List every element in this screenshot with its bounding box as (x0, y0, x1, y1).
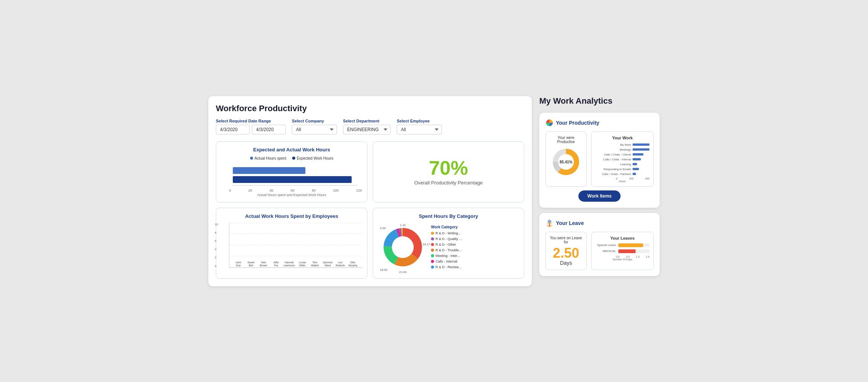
your-work-box: Your Work My Work Meetings Calls / Chats… (591, 131, 654, 187)
donut-label-bottomleft: 18.00 (380, 268, 387, 272)
donut-dot-quality (431, 237, 434, 240)
work-item-row: Calls / Chats - Clients (595, 153, 649, 156)
donut-item-writing: R & D - Writing... (431, 231, 519, 235)
employee-label: HannahLawrence (284, 261, 295, 267)
employee-chart-title: Actual Work Hours Spent by Employees (222, 213, 362, 219)
donut-item-other: R & D - Other (431, 243, 519, 246)
svg-text:85.41%: 85.41% (560, 160, 572, 164)
leave-special-label: Special Leave (595, 243, 616, 247)
donut-item-meeting: Meeting - Inter... (431, 254, 519, 258)
donut-label-topleft: 2.00 (380, 226, 386, 230)
your-work-title: Your Work (595, 136, 649, 140)
donut-dot-trouble (431, 249, 434, 252)
leave-inner: You were on Leave for 2.50 Days Your Lea… (545, 232, 654, 270)
leave-medical-track (618, 249, 649, 253)
donut-item-calls: Calls - Internal (431, 260, 519, 263)
donut-container: 1.42 2.00 34.17 18.00 21.00 Work Categor… (378, 223, 519, 273)
date-from-input[interactable] (216, 125, 250, 134)
right-panel: My Work Analytics Your Productivity Your… (539, 96, 660, 286)
employee-label: LucasMiller (299, 261, 306, 267)
company-select[interactable]: All (292, 125, 337, 134)
work-item-row: Learning (595, 163, 649, 166)
leave-special-track (618, 243, 649, 247)
date-to-input[interactable] (252, 125, 286, 134)
employee-select[interactable]: All (397, 125, 442, 134)
h-bar-actual (233, 167, 305, 174)
donut-dot-writing (431, 232, 434, 235)
employee-label: LeoRoberts (335, 261, 345, 267)
leave-card-title: Your Leave (545, 219, 654, 227)
left-panel: Workforce Productivity Select Required D… (208, 96, 532, 286)
work-items-container: My Work Meetings Calls / Chats - Clients… (595, 143, 649, 176)
employee-bar-group: NickBrown (258, 260, 269, 267)
donut-label-right: 34.17 (423, 243, 430, 246)
your-leaves-box: Your Leaves Special Leave MEDICAL (591, 232, 654, 270)
donut-label-bottom: 21.00 (399, 270, 407, 274)
leave-icon (545, 219, 554, 227)
donut-dot-other (431, 243, 434, 246)
work-item-row: Calls / Chats - Partners (595, 172, 649, 176)
leave-analytics-card: Your Leave You were on Leave for 2.50 Da… (539, 213, 660, 276)
expected-actual-chart: Expected and Actual Work Hours Actual Ho… (216, 141, 367, 202)
employee-bar-chart: Actual Work Hours Spent by Employees Joh… (216, 208, 367, 279)
leave-days-value: 2.50 (553, 246, 579, 260)
productive-label: Your were Productive (549, 136, 583, 144)
work-bar (633, 143, 649, 146)
work-item-row: Meetings (595, 148, 649, 151)
work-bar (633, 158, 641, 160)
leave-medical-row: MEDICAL (595, 249, 649, 253)
legend-expected-dot (292, 157, 295, 160)
employee-bar-group: LucasMiller (297, 260, 308, 267)
employee-bar-group: LeoRoberts (335, 260, 346, 267)
legend-actual: Actual Hours spent (250, 156, 287, 160)
h-bar-actual-row (233, 167, 358, 174)
work-item-row: Responding to Emails (595, 168, 649, 171)
leave-special-bar (618, 243, 643, 247)
right-panel-title: My Work Analytics (539, 96, 660, 106)
overall-productivity-value: 70% (429, 158, 468, 178)
leave-for-label: You were on Leave for (549, 236, 583, 244)
employee-bar-group: HannahLawrence (284, 260, 295, 267)
work-bar (633, 153, 643, 156)
main-container: Workforce Productivity Select Required D… (208, 96, 660, 286)
h-axis-label: Actual Hours spent and Expected Work Hou… (222, 193, 362, 197)
work-bar (633, 173, 636, 175)
donut-dot-review (431, 266, 434, 269)
donut-label-top: 1.42 (400, 223, 406, 227)
h-bar-expected-row (233, 176, 358, 183)
donut-dot-calls (431, 260, 434, 263)
leave-medical-label: MEDICAL (595, 249, 616, 253)
your-leaves-title: Your Leaves (595, 236, 649, 240)
employee-label: JohnDoe (235, 261, 241, 267)
employee-bar-group: JasmineWard (322, 260, 333, 267)
work-bar (633, 148, 649, 151)
employee-label: JasmineWard (323, 261, 332, 267)
employee-label: NickBrown (260, 261, 267, 267)
department-group: Select Department ENGINEERING (343, 119, 391, 134)
donut-item-review: R & D - Review... (431, 265, 519, 269)
leave-axis-label: Number Of Days (595, 258, 649, 261)
donut-legend-title: Work Category (431, 225, 519, 229)
employee-label: EllisMurphy (349, 261, 357, 267)
work-items-button[interactable]: Work Items (578, 190, 621, 202)
productive-donut: 85.41% (551, 147, 581, 177)
legend-actual-dot (250, 157, 253, 160)
work-item-row: Calls / Chats - Internal (595, 158, 649, 161)
company-label: Select Company (292, 119, 337, 123)
expected-actual-legend: Actual Hours spent Expected Work Hours (222, 156, 362, 160)
employee-bar-group: SarahBell (246, 260, 256, 267)
employee-label: SarahBell (247, 261, 255, 267)
donut-dot-meeting (431, 254, 434, 257)
department-select[interactable]: ENGINEERING (343, 125, 391, 134)
legend-expected: Expected Work Hours (292, 156, 333, 160)
h-axis: 0 20 40 60 80 100 120 (222, 189, 362, 192)
employee-label: RexWalker (311, 261, 319, 267)
department-label: Select Department (343, 119, 391, 123)
spent-hours-chart: Spent Hours By Category (373, 208, 524, 279)
employee-bar-group: AlfieFox (271, 260, 282, 267)
v-bars-area: JohnDoeSarahBellNickBrownAlfieFoxHannahL… (229, 223, 362, 268)
svg-point-8 (392, 237, 413, 258)
productivity-inner: Your were Productive 85.41% Your Work My… (545, 131, 654, 187)
company-group: Select Company All (292, 119, 337, 134)
productivity-icon (545, 119, 554, 127)
